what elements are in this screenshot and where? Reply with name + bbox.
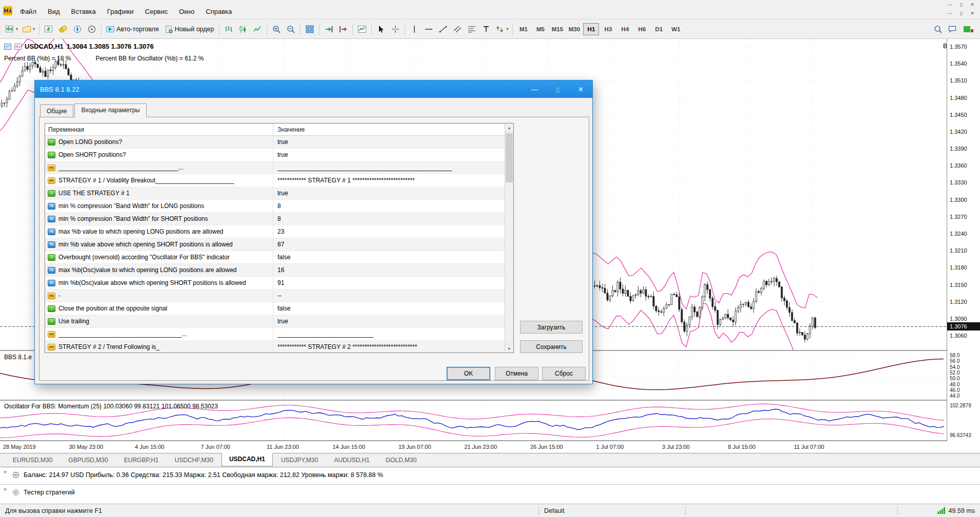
param-value[interactable]: true (273, 315, 505, 327)
param-value[interactable]: 8 (273, 213, 505, 225)
new-order-button[interactable]: Новый ордер (162, 22, 217, 36)
channel-button[interactable] (450, 22, 465, 36)
dialog-minimize-button[interactable]: — (523, 80, 546, 98)
param-row[interactable]: ↕Open LONG positions?true (45, 136, 505, 149)
param-row[interactable]: ab___________________________________...… (45, 161, 505, 174)
symbol-tab-eurusd-m30[interactable]: EURUSD,M30 (5, 454, 60, 466)
table-scrollbar[interactable]: ▲ ▼ (505, 123, 513, 353)
param-value[interactable]: -- (273, 289, 505, 302)
dialog-maximize-button[interactable]: ▯ (546, 80, 569, 98)
vertical-line-button[interactable] (407, 22, 422, 36)
chart-minimize-button[interactable]: — (945, 9, 955, 17)
param-value[interactable]: 16 (273, 264, 505, 276)
param-row[interactable]: ½max %b value to which opening LONG posi… (45, 225, 505, 238)
market-watch-button[interactable] (42, 22, 56, 36)
timeframe-h6-button[interactable]: H6 (634, 23, 650, 35)
param-row[interactable]: ½max %b(Osc)value to which opening LONG … (45, 264, 505, 277)
bar-chart-button[interactable] (222, 22, 236, 36)
arrows-button[interactable]: ▾ (493, 22, 510, 36)
param-row[interactable]: ½min %b value above which opening SHORT … (45, 238, 505, 251)
save-button[interactable]: Сохранить (520, 340, 583, 353)
menu-service[interactable]: Сервис (139, 5, 174, 18)
symbol-tab-usdcad-h1[interactable]: USDCAD,H1 (222, 453, 273, 466)
auto-scroll-button[interactable] (322, 22, 336, 36)
param-value[interactable]: true (273, 136, 505, 148)
chat-button[interactable] (945, 22, 959, 36)
app-minimize-button[interactable]: — (945, 1, 955, 8)
param-value[interactable]: 87 (273, 238, 505, 251)
param-value[interactable]: ____________________________ (273, 328, 505, 340)
param-row[interactable]: ½min %b(Osc)value above which opening SH… (45, 277, 505, 289)
symbol-tab-eurgbp-h1[interactable]: EURGBP,H1 (116, 454, 167, 466)
cursor-button[interactable] (374, 22, 388, 36)
symbol-tab-usdjpy-m30[interactable]: USDJPY,M30 (273, 454, 326, 466)
scrollbar-up-icon[interactable]: ▲ (505, 123, 513, 132)
profiles-button[interactable]: ▾ (20, 22, 37, 36)
timeframe-h3-button[interactable]: H3 (600, 23, 616, 35)
candle-chart-button[interactable] (236, 22, 250, 36)
param-row[interactable]: ↕Open SHORT positions?true (45, 149, 505, 161)
ok-button[interactable]: OK (447, 367, 490, 380)
trendline-button[interactable] (436, 22, 450, 36)
zoom-in-button[interactable] (269, 22, 284, 36)
dialog-close-button[interactable]: ✕ (569, 80, 592, 98)
app-maximize-button[interactable]: ▯ (956, 1, 966, 8)
param-row[interactable]: ↕Close the position at the opposite sign… (45, 302, 505, 315)
menu-insert[interactable]: Вставка (66, 5, 102, 18)
tile-windows-button[interactable] (303, 22, 317, 36)
param-value[interactable]: true (273, 187, 505, 199)
tab-common[interactable]: Общие (40, 105, 73, 117)
metaeditor-button[interactable] (85, 22, 99, 36)
param-row[interactable]: ↕USE THE STRATEGY # 1true (45, 187, 505, 200)
status-profile[interactable]: Default (539, 504, 685, 517)
menu-file[interactable]: Файл (14, 5, 42, 18)
param-row[interactable]: ab--- (45, 289, 505, 302)
param-value[interactable]: false (273, 251, 505, 263)
data-window-button[interactable] (56, 22, 70, 36)
param-row[interactable]: ½min % compression "Band Width" for LONG… (45, 200, 505, 213)
autotrade-button[interactable]: Авто-торговля (104, 22, 162, 36)
param-value[interactable]: ________________________________________… (273, 161, 505, 174)
param-row[interactable]: ½min % compression "Band Width" for SHOR… (45, 213, 505, 225)
menu-window[interactable]: Окно (173, 5, 200, 18)
timeframe-d1-button[interactable]: D1 (651, 23, 667, 35)
fibonacci-button[interactable] (465, 22, 479, 36)
param-value[interactable]: 8 (273, 200, 505, 212)
timeframe-h4-button[interactable]: H4 (617, 23, 633, 35)
tab-inputs[interactable]: Входные параметры (74, 104, 146, 117)
line-chart-button[interactable] (250, 22, 265, 36)
chart-restore-button[interactable]: ▯ (956, 9, 966, 17)
column-header-variable[interactable]: Переменная (45, 123, 273, 135)
param-row[interactable]: abSTRATEGY # 1 / Volatility Breakout____… (45, 174, 505, 187)
param-value[interactable]: true (273, 149, 505, 161)
terminal-close-button[interactable]: × (2, 468, 9, 475)
reset-button[interactable]: Сброс (542, 367, 586, 380)
menu-charts[interactable]: Графики (102, 5, 139, 18)
chart-shift-button[interactable] (336, 22, 350, 36)
panel-separator[interactable] (0, 400, 980, 401)
indicators-button[interactable] (355, 22, 369, 36)
price-scale[interactable]: 1.35701.35401.35101.34801.34501.34201.33… (947, 39, 980, 441)
tester-close-button[interactable]: × (2, 486, 9, 493)
param-value[interactable]: 91 (273, 277, 505, 289)
timeframe-w1-button[interactable]: W1 (668, 23, 684, 35)
zoom-out-button[interactable] (284, 22, 298, 36)
scrollbar-thumb[interactable] (506, 133, 513, 182)
param-row[interactable]: abSTRATEGY # 2 / Trend Following is_****… (45, 341, 505, 353)
search-button[interactable] (931, 22, 945, 36)
symbol-tab-gold-m30[interactable]: GOLD,M30 (378, 454, 425, 466)
dialog-title-bar[interactable]: BBS 8.1 8.22 (35, 80, 592, 98)
symbol-tab-gbpusd-m30[interactable]: GBPUSD,M30 (61, 454, 115, 466)
timeframe-m30-button[interactable]: M30 (566, 23, 582, 35)
param-value[interactable]: ************ STRATEGY # 1 **************… (273, 174, 505, 187)
time-axis[interactable]: 28 May 201930 May 23:004 Jun 15:007 Jun … (0, 441, 980, 453)
menu-view[interactable]: Вид (42, 5, 66, 18)
scrollbar-down-icon[interactable]: ▼ (505, 344, 513, 353)
chart-close-button[interactable]: ✕ (967, 9, 977, 17)
param-row[interactable]: ab____________________________________..… (45, 328, 505, 341)
crosshair-button[interactable] (388, 22, 403, 36)
load-button[interactable]: Загрузить (520, 321, 583, 334)
timeframe-h1-button[interactable]: H1 (583, 23, 599, 35)
timeframe-m1-button[interactable]: M1 (515, 23, 531, 35)
timeframe-m15-button[interactable]: M15 (549, 23, 565, 35)
